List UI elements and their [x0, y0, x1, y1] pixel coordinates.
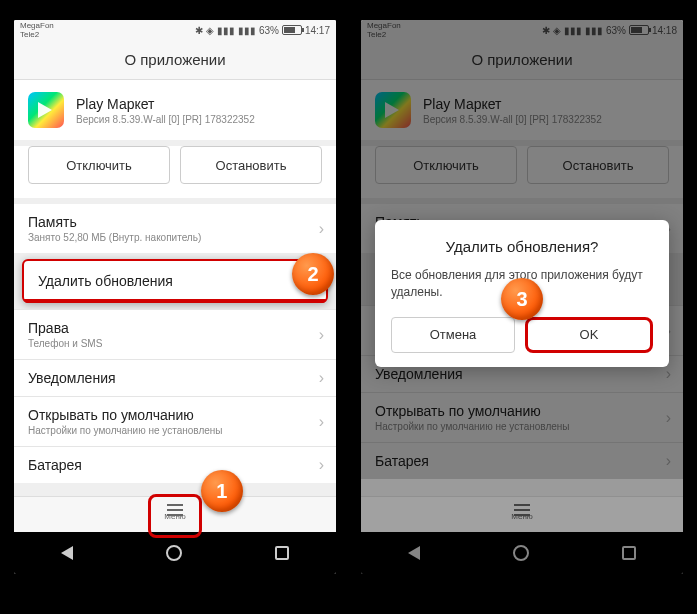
app-version: Версия 8.5.39.W-all [0] [PR] 178322352	[76, 114, 255, 125]
battery-item[interactable]: Батарея ›	[14, 446, 336, 483]
rights-subtitle: Телефон и SMS	[28, 338, 322, 349]
notifications-item[interactable]: Уведомления ›	[14, 359, 336, 396]
back-icon[interactable]	[61, 546, 73, 560]
rights-title: Права	[28, 320, 322, 336]
battery-icon	[282, 25, 302, 35]
confirm-dialog: Удалить обновления? Все обновления для э…	[375, 220, 669, 367]
recent-icon[interactable]	[275, 546, 289, 560]
dialog-title: Удалить обновления?	[391, 238, 653, 255]
carrier-2: Tele2	[20, 30, 54, 39]
app-name: Play Маркет	[76, 96, 255, 112]
home-icon[interactable]	[166, 545, 182, 561]
clock: 14:17	[305, 25, 330, 36]
play-store-icon	[28, 92, 64, 128]
action-buttons: Отключить Остановить	[14, 146, 336, 198]
chevron-right-icon: ›	[319, 220, 324, 238]
battery-title: Батарея	[28, 457, 322, 473]
chevron-right-icon: ›	[319, 456, 324, 474]
delete-updates-item[interactable]: Удалить обновления	[22, 259, 328, 303]
cancel-button[interactable]: Отмена	[391, 317, 515, 353]
signal-icon-2: ▮▮▮	[238, 25, 256, 36]
open-default-item[interactable]: Открывать по умолчанию Настройки по умол…	[14, 396, 336, 446]
chevron-right-icon: ›	[319, 369, 324, 387]
stop-button[interactable]: Остановить	[180, 146, 322, 184]
memory-title: Память	[28, 214, 322, 230]
dialog-buttons: Отмена OK	[391, 317, 653, 353]
open-default-subtitle: Настройки по умолчанию не установлены	[28, 425, 322, 436]
step-badge-3: 3	[501, 278, 543, 320]
page-title: О приложении	[14, 40, 336, 80]
disable-button[interactable]: Отключить	[28, 146, 170, 184]
chevron-right-icon: ›	[319, 326, 324, 344]
notifications-title: Уведомления	[28, 370, 322, 386]
step-badge-2: 2	[292, 253, 334, 295]
delete-updates-highlight: Удалить обновления 2	[22, 259, 328, 303]
chevron-right-icon: ›	[319, 413, 324, 431]
ok-button[interactable]: OK	[525, 317, 653, 353]
app-header: Play Маркет Версия 8.5.39.W-all [0] [PR]…	[14, 80, 336, 140]
memory-subtitle: Занято 52,80 МБ (Внутр. накопитель)	[28, 232, 322, 243]
android-nav-bar	[14, 532, 336, 574]
battery-pct: 63%	[259, 25, 279, 36]
status-bar: MegaFon Tele2 ✱ ◈ ▮▮▮ ▮▮▮ 63% 14:17	[14, 20, 336, 40]
status-icons: ✱ ◈ ▮▮▮ ▮▮▮ 63% 14:17	[195, 25, 330, 36]
wifi-icon: ◈	[206, 25, 214, 36]
menu-highlight-box	[148, 494, 202, 538]
signal-icon: ▮▮▮	[217, 25, 235, 36]
content-area: MegaFon Tele2 ✱ ◈ ▮▮▮ ▮▮▮ 63% 14:17 О пр…	[14, 20, 336, 483]
memory-item[interactable]: Память Занято 52,80 МБ (Внутр. накопител…	[14, 204, 336, 253]
rights-item[interactable]: Права Телефон и SMS ›	[14, 309, 336, 359]
phone-right: MegaFon Tele2 ✱ ◈ ▮▮▮ ▮▮▮ 63% 14:18 О пр…	[361, 20, 683, 574]
bluetooth-icon: ✱	[195, 25, 203, 36]
carrier-1: MegaFon	[20, 21, 54, 30]
phone-left: MegaFon Tele2 ✱ ◈ ▮▮▮ ▮▮▮ 63% 14:17 О пр…	[14, 20, 336, 574]
open-default-title: Открывать по умолчанию	[28, 407, 322, 423]
step-badge-1: 1	[201, 470, 243, 512]
carrier-labels: MegaFon Tele2	[20, 21, 54, 39]
